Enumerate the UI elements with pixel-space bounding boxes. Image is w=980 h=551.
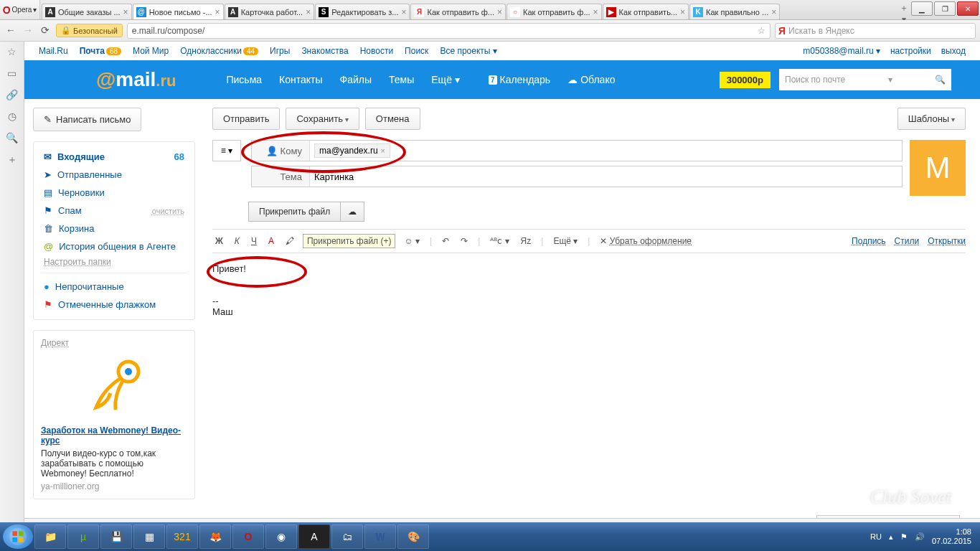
- tab-close-icon[interactable]: ×: [123, 7, 128, 17]
- browser-tab[interactable]: ○Как отправить ф...×: [507, 4, 602, 19]
- browser-tab[interactable]: ▶Как отправить...×: [603, 4, 689, 19]
- browser-tab[interactable]: ЯКак отправить ф...×: [410, 4, 506, 19]
- maximize-button[interactable]: ❐: [934, 1, 956, 16]
- yandex-search-box[interactable]: ЯИскать в Яндекс: [775, 23, 976, 39]
- minimize-button[interactable]: ▁: [911, 1, 933, 16]
- tab-close-icon[interactable]: ×: [497, 7, 502, 17]
- reload-button[interactable]: ⟳: [39, 24, 52, 37]
- browser-tab[interactable]: KКак правильно ...×: [689, 4, 780, 19]
- tab-close-icon[interactable]: ×: [771, 7, 776, 17]
- browser-tab[interactable]: AОбщие заказы ...×: [42, 4, 132, 19]
- browser-tab[interactable]: SРедактировать з...×: [315, 4, 410, 19]
- browser-tabs: AОбщие заказы ...×@Новое письмо -...×AКа…: [40, 0, 897, 19]
- tab-close-icon[interactable]: ×: [593, 7, 598, 17]
- tab-close-icon[interactable]: ×: [680, 7, 685, 17]
- close-button[interactable]: ✕: [957, 1, 979, 16]
- tab-close-icon[interactable]: ×: [401, 7, 406, 17]
- browser-tab[interactable]: @Новое письмо -...×: [133, 4, 224, 19]
- url-field[interactable]: e.mail.ru/compose/☆: [127, 23, 771, 39]
- security-badge[interactable]: 🔒 Безопасный: [56, 24, 123, 37]
- window-controls: ▁ ❐ ✕: [911, 0, 980, 19]
- browser-tab[interactable]: AКарточка работ...×: [225, 4, 315, 19]
- bookmark-star-icon[interactable]: ☆: [758, 26, 765, 36]
- opera-menu-button[interactable]: OOpera ▾: [0, 0, 40, 19]
- back-button[interactable]: ←: [4, 24, 17, 37]
- window-titlebar: OOpera ▾ AОбщие заказы ...×@Новое письмо…: [0, 0, 980, 20]
- new-tab-button[interactable]: ＋ ▾: [897, 0, 911, 19]
- tab-close-icon[interactable]: ×: [306, 7, 311, 17]
- address-bar: ← → ⟳ 🔒 Безопасный e.mail.ru/compose/☆ Я…: [0, 20, 980, 42]
- tab-close-icon[interactable]: ×: [215, 7, 220, 17]
- forward-button[interactable]: →: [22, 24, 34, 37]
